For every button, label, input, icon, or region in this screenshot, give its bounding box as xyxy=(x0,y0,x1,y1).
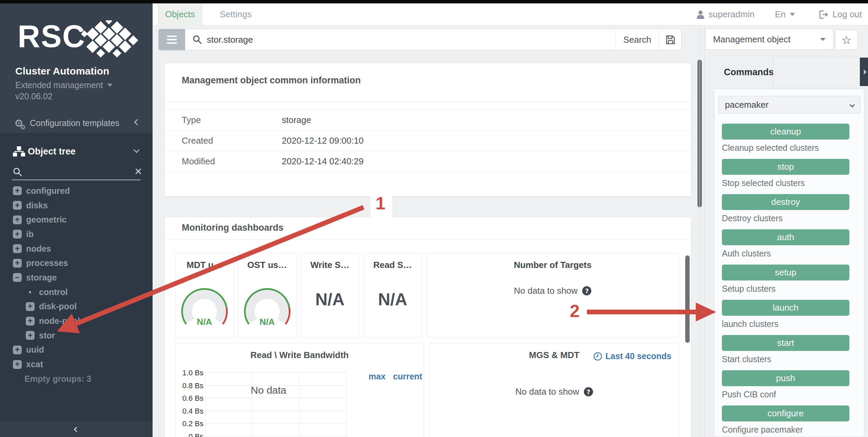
setup-button[interactable]: setup xyxy=(722,265,849,280)
y-tick: 0.2 Bs xyxy=(180,419,203,428)
user-menu[interactable]: superadmin xyxy=(696,9,755,20)
expand-plus-icon[interactable]: + xyxy=(26,317,35,326)
time-range-link[interactable]: Last 40 seconds xyxy=(593,351,671,361)
annotation-arrow-2-head xyxy=(696,303,716,321)
sidebar-item-configuration-templates[interactable]: ⚙⚙ Configuration templates xyxy=(0,115,153,133)
tree-item-uuid[interactable]: +uuid xyxy=(0,343,153,357)
widget-mdt-usage[interactable]: MDT u… N/A xyxy=(175,253,234,338)
start-button[interactable]: start xyxy=(722,335,849,351)
sidebar: RSC Cluster Automation Ext xyxy=(0,3,153,437)
tree-item-xcat[interactable]: +xcat xyxy=(0,357,153,372)
tree-item-processes[interactable]: +processes xyxy=(0,256,153,270)
auth-button[interactable]: auth xyxy=(722,229,849,245)
value-na: N/A xyxy=(301,290,359,309)
collapse-minus-icon[interactable]: − xyxy=(13,273,22,282)
expand-plus-icon[interactable]: + xyxy=(26,331,35,340)
tree-item-geometric[interactable]: +geometric xyxy=(0,212,153,227)
expand-plus-icon[interactable]: + xyxy=(13,259,22,268)
menu-button[interactable] xyxy=(159,29,185,50)
floppy-save-icon xyxy=(665,34,676,45)
expand-plus-icon[interactable]: + xyxy=(13,186,22,195)
tree-item-disks[interactable]: +disks xyxy=(0,198,153,213)
gridline xyxy=(205,372,347,373)
object-tree-list: +configured +disks +geometric +ib +nodes… xyxy=(0,184,153,386)
save-search-button[interactable] xyxy=(659,29,681,50)
rsc-diamond-logo-icon xyxy=(77,20,140,60)
expand-plus-icon[interactable]: + xyxy=(13,230,22,238)
tree-item-storage[interactable]: −storage xyxy=(0,270,153,285)
widget-ost-usage[interactable]: OST us… N/A xyxy=(238,253,296,338)
stop-button[interactable]: stop xyxy=(722,159,849,175)
favorite-star-button[interactable]: ☆ xyxy=(835,30,858,50)
tree-search-input[interactable] xyxy=(12,180,141,180)
brand-subtitle[interactable]: Extended management xyxy=(15,80,113,90)
configure-button[interactable]: configure xyxy=(722,405,849,421)
sidebar-collapse-bar[interactable] xyxy=(0,421,153,437)
expand-plus-icon[interactable]: + xyxy=(13,201,22,210)
expand-plus-icon[interactable]: + xyxy=(13,360,22,369)
empty-groups-label: Empty groups: 3 xyxy=(0,372,153,386)
chart-title: Read \ Write Bandwidth xyxy=(176,350,423,360)
widget-rw-bandwidth-chart[interactable]: Read \ Write Bandwidth 1.0 Bs 0.8 Bs 0.6… xyxy=(175,343,424,437)
tree-item-node-pool[interactable]: +node-pool xyxy=(0,314,153,328)
management-object-select[interactable]: Management object xyxy=(705,29,833,50)
help-icon[interactable]: ? xyxy=(584,387,593,396)
tree-item-configured[interactable]: +configured xyxy=(0,184,153,198)
tree-item-ib[interactable]: +ib xyxy=(0,227,153,242)
legend-current[interactable]: current xyxy=(393,372,422,381)
tree-item-disk-pool[interactable]: +disk-pool xyxy=(0,299,153,314)
logout-icon xyxy=(819,10,828,19)
nodata-label: No data to show xyxy=(515,387,579,397)
widget-mgs-mdt[interactable]: MGS & MDT Last 40 seconds No data to sho… xyxy=(429,343,679,437)
widget-read-speed[interactable]: Read S… N/A xyxy=(363,253,422,338)
search-input[interactable]: stor.storage xyxy=(185,29,615,50)
tree-item-control[interactable]: control xyxy=(0,285,153,299)
table-row: Type storage xyxy=(165,109,691,130)
top-strip xyxy=(0,0,868,3)
help-icon[interactable]: ? xyxy=(582,286,591,295)
legend-max[interactable]: max xyxy=(369,372,386,381)
hamburger-icon xyxy=(167,36,177,37)
expand-plus-icon[interactable]: + xyxy=(13,346,22,354)
y-tick: 1.0 Bs xyxy=(180,369,203,377)
logout-button[interactable]: Log out xyxy=(819,9,862,20)
expand-plus-icon[interactable]: + xyxy=(13,244,22,253)
y-tick: 0.8 Bs xyxy=(180,381,203,390)
launch-button[interactable]: launch xyxy=(722,300,849,316)
gridline xyxy=(205,411,347,411)
widget-write-speed[interactable]: Write S… N/A xyxy=(301,253,359,338)
cleanup-button[interactable]: cleanup xyxy=(722,124,849,140)
search-button[interactable]: Search xyxy=(615,29,659,50)
tree-item-stor[interactable]: +stor xyxy=(0,328,153,343)
common-info-title: Management object common information xyxy=(182,75,361,86)
sidebar-item-label: Configuration templates xyxy=(30,118,119,128)
expand-plus-icon[interactable]: + xyxy=(26,302,35,311)
tab-objects[interactable]: Objects xyxy=(158,3,202,25)
object-tree-title[interactable]: Object tree xyxy=(28,146,76,157)
object-tree-section: Object tree ✕ +configured +disks +geomet… xyxy=(0,133,153,425)
tree-item-nodes[interactable]: +nodes xyxy=(0,242,153,256)
widget-number-of-targets[interactable]: Number of Targets No data to show ? xyxy=(426,253,679,338)
chevron-left-icon[interactable] xyxy=(134,119,140,125)
bullet-icon xyxy=(29,291,31,293)
destroy-button[interactable]: destroy xyxy=(722,194,849,210)
clear-search-icon[interactable]: ✕ xyxy=(134,166,142,177)
tab-commands[interactable]: Commands xyxy=(724,67,774,77)
language-select[interactable]: En xyxy=(775,9,795,20)
tab-settings[interactable]: Settings xyxy=(214,3,258,25)
gridline xyxy=(205,423,347,423)
gauge-icon: N/A xyxy=(240,283,294,329)
push-button[interactable]: push xyxy=(722,370,849,386)
table-row: Modified 2020-12-14 02:40:29 xyxy=(165,151,691,172)
chevron-down-icon[interactable] xyxy=(133,147,139,153)
push-caption: Push CIB conf xyxy=(722,390,776,399)
expand-plus-icon[interactable]: + xyxy=(13,215,22,224)
select-value: pacemaker xyxy=(725,100,769,110)
divider xyxy=(165,239,691,240)
username: superadmin xyxy=(709,9,755,20)
clock-icon xyxy=(593,352,602,361)
widgets-scrollbar[interactable] xyxy=(685,255,690,343)
table-row: Created 2020-12-12 09:00:10 xyxy=(165,130,691,151)
panel-collapse-button[interactable] xyxy=(860,58,868,86)
command-group-select[interactable]: pacemaker xyxy=(718,96,861,113)
